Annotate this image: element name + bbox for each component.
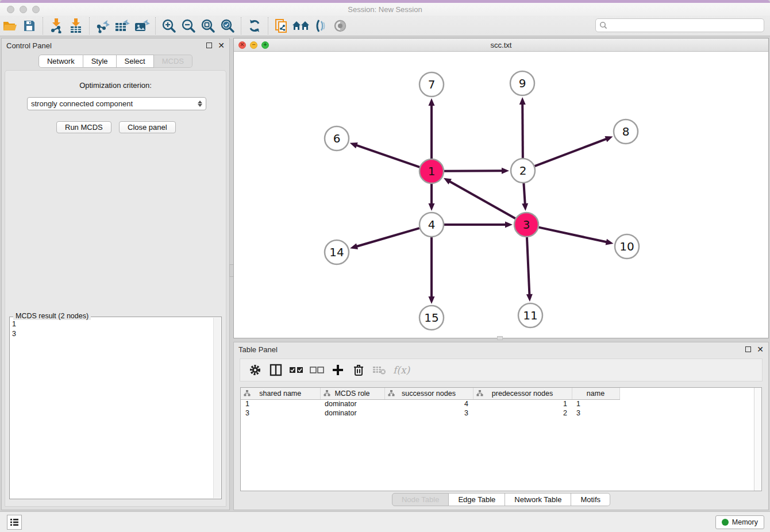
column-header-predecessor-nodes[interactable]: predecessor nodes xyxy=(473,388,572,399)
column-header-successor-nodes[interactable]: successor nodes xyxy=(384,388,473,399)
table-cell[interactable]: dominator xyxy=(320,399,384,408)
tab-style[interactable]: Style xyxy=(83,55,117,68)
main-toolbar xyxy=(0,16,770,36)
svg-text:4: 4 xyxy=(428,218,436,232)
table-cell[interactable]: 1 xyxy=(241,399,320,408)
table-cell[interactable]: 3 xyxy=(572,408,619,418)
svg-text:10: 10 xyxy=(619,240,634,253)
graph-edge-3-1[interactable] xyxy=(449,181,515,218)
graph-edge-1-2[interactable] xyxy=(444,171,503,171)
graph-arrowhead xyxy=(429,98,435,106)
add-icon[interactable] xyxy=(328,361,348,379)
table-cell[interactable]: 1 xyxy=(572,399,619,408)
graph-node-10[interactable]: 10 xyxy=(615,234,639,259)
graph-edge-2-3[interactable] xyxy=(523,183,525,205)
table-tabs: Node Table Edge Table Network Table Moti… xyxy=(234,493,768,506)
graph-node-1[interactable]: 1 xyxy=(419,159,444,183)
network-window-titlebar[interactable]: ✕ – + scc.txt xyxy=(234,38,768,52)
close-panel-button[interactable]: Close panel xyxy=(119,121,176,133)
graph-node-15[interactable]: 15 xyxy=(419,306,444,330)
toolbar-separator xyxy=(268,17,268,34)
float-panel-icon[interactable] xyxy=(745,346,751,352)
tab-motifs[interactable]: Motifs xyxy=(571,493,610,506)
graph-arrowhead xyxy=(350,243,358,249)
gear-icon[interactable] xyxy=(245,361,265,379)
network-canvas[interactable]: 1234678910111415 xyxy=(234,52,768,338)
import-network-icon[interactable] xyxy=(47,17,66,34)
tab-network-table[interactable]: Network Table xyxy=(505,493,571,506)
result-scrollbar[interactable] xyxy=(213,318,221,498)
open-folder-icon[interactable] xyxy=(0,17,20,34)
table-cell[interactable]: 4 xyxy=(384,399,473,408)
svg-text:11: 11 xyxy=(523,309,537,322)
refresh-icon[interactable] xyxy=(245,17,264,34)
table-cell[interactable]: 3 xyxy=(241,408,320,418)
tab-node-table[interactable]: Node Table xyxy=(392,493,449,506)
svg-text:15: 15 xyxy=(424,311,438,325)
graph-node-11[interactable]: 11 xyxy=(518,303,542,327)
graph-node-9[interactable]: 9 xyxy=(510,71,534,95)
criterion-dropdown[interactable]: strongly connected component xyxy=(27,97,206,110)
search-field[interactable] xyxy=(595,18,764,32)
column-header-MCDS-role[interactable]: MCDS role xyxy=(320,388,384,399)
graph-edge-2-9[interactable] xyxy=(522,103,523,158)
zoom-in-icon[interactable] xyxy=(159,17,179,34)
zoom-selected-icon[interactable] xyxy=(218,17,237,34)
function-builder-icon[interactable]: f(x) xyxy=(393,364,410,376)
select-all-icon[interactable] xyxy=(286,361,307,379)
graph-edge-2-8[interactable] xyxy=(535,138,607,166)
table-cell[interactable]: dominator xyxy=(320,408,384,418)
tab-select[interactable]: Select xyxy=(117,55,154,68)
graph-edge-3-11[interactable] xyxy=(527,237,529,295)
export-network-icon[interactable] xyxy=(93,17,113,34)
graph-node-4[interactable]: 4 xyxy=(419,213,444,237)
column-header-name[interactable]: name xyxy=(572,388,619,399)
columns-icon[interactable] xyxy=(265,361,286,379)
splitter-handle[interactable] xyxy=(497,336,503,340)
table-cell[interactable]: 1 xyxy=(473,399,572,408)
graph-node-7[interactable]: 7 xyxy=(419,72,444,97)
deselect-all-icon[interactable] xyxy=(307,361,328,379)
eye-slash-icon[interactable] xyxy=(311,17,330,34)
export-table-icon[interactable] xyxy=(113,17,132,34)
table-cell[interactable]: 2 xyxy=(473,408,572,418)
task-history-button[interactable] xyxy=(7,515,22,530)
close-panel-icon[interactable]: ✕ xyxy=(757,345,764,353)
mcds-result-text[interactable]: 1 3 xyxy=(12,319,212,498)
column-header-shared-name[interactable]: shared name xyxy=(241,388,320,399)
zoom-out-icon[interactable] xyxy=(179,17,198,34)
float-panel-icon[interactable] xyxy=(206,43,212,48)
graph-edge-3-10[interactable] xyxy=(538,228,607,242)
table-row[interactable]: 3dominator323 xyxy=(241,408,619,418)
table-cell[interactable]: 3 xyxy=(384,408,473,418)
eye-icon[interactable] xyxy=(330,17,350,34)
tab-mcds[interactable]: MCDS xyxy=(154,55,192,68)
export-image-icon[interactable] xyxy=(132,17,152,34)
delete-icon[interactable] xyxy=(348,361,369,379)
graph-node-2[interactable]: 2 xyxy=(511,159,535,183)
import-table-icon[interactable] xyxy=(66,17,86,34)
table-row[interactable]: 1dominator411 xyxy=(241,399,619,408)
graph-node-3[interactable]: 3 xyxy=(514,213,538,237)
svg-text:14: 14 xyxy=(329,245,344,259)
memory-button[interactable]: Memory xyxy=(715,515,764,529)
close-panel-icon[interactable]: ✕ xyxy=(218,41,225,49)
graph-node-6[interactable]: 6 xyxy=(325,126,349,151)
graph-edge-1-6[interactable] xyxy=(356,145,419,167)
toolbar-separator xyxy=(43,17,43,34)
network-file-icon[interactable] xyxy=(272,17,291,34)
run-mcds-button[interactable]: Run MCDS xyxy=(56,121,111,133)
search-input[interactable] xyxy=(607,20,764,31)
table-scrollbar[interactable] xyxy=(754,388,761,491)
home-icon[interactable] xyxy=(291,17,311,34)
tab-edge-table[interactable]: Edge Table xyxy=(449,493,505,506)
svg-text:6: 6 xyxy=(333,132,341,145)
graph-edge-4-14[interactable] xyxy=(356,228,419,246)
save-icon[interactable] xyxy=(20,17,39,34)
tab-network[interactable]: Network xyxy=(38,55,83,68)
graph-node-14[interactable]: 14 xyxy=(325,240,349,264)
graph-node-8[interactable]: 8 xyxy=(614,119,638,144)
toolbar-separator xyxy=(89,17,90,34)
delete-table-icon[interactable] xyxy=(369,361,390,379)
zoom-fit-icon[interactable] xyxy=(198,17,218,34)
